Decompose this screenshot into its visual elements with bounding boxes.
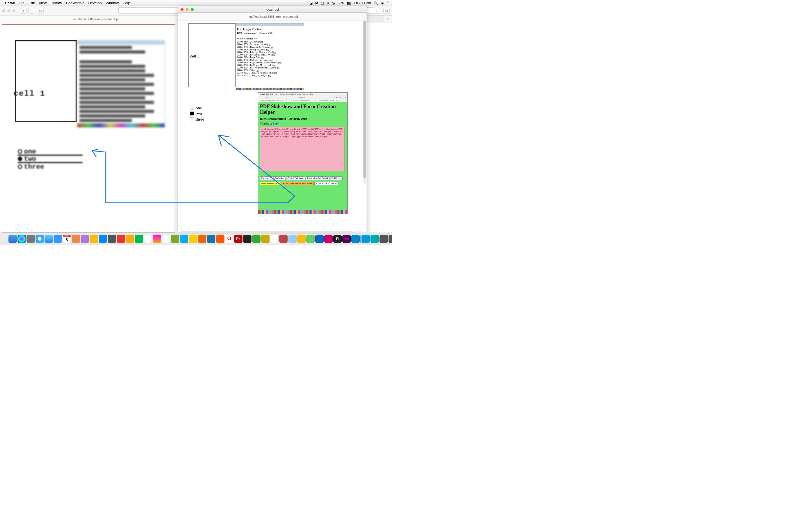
- inner-tab-3[interactable]: Adobe - Install Adobe Flash...: [315, 99, 344, 102]
- menu-bookmarks[interactable]: Bookmarks: [66, 1, 84, 5]
- dock-generic-icon[interactable]: [117, 235, 125, 243]
- dock-generic-icon[interactable]: [81, 235, 89, 243]
- popup-address[interactable]: http://localhost:8888/form_creator.pdf: [244, 14, 301, 19]
- dock-generic-icon[interactable]: [71, 235, 80, 243]
- popup-titlebar[interactable]: localhost: [178, 6, 366, 13]
- inner-tab-add[interactable]: +: [344, 99, 347, 102]
- preview-html-button[interactable]: Preview HTML Rendering: [260, 176, 285, 180]
- html-to-pdf-and-canvas-button[interactable]: HTML Above to PDF and Canvas: [282, 182, 313, 185]
- pdf-radio-three[interactable]: three: [190, 116, 204, 122]
- dock-generic-icon[interactable]: [370, 235, 379, 243]
- menu-edit[interactable]: Edit: [29, 1, 35, 5]
- dock-itunes-icon[interactable]: [153, 235, 161, 243]
- menu-file[interactable]: File: [18, 1, 24, 5]
- scrollbar-vertical[interactable]: [363, 20, 366, 184]
- wifi-icon[interactable]: ◶: [332, 1, 335, 5]
- dock-finder-icon[interactable]: [8, 235, 17, 243]
- spotlight-icon[interactable]: 🔍: [374, 1, 378, 5]
- menu-develop[interactable]: Develop: [88, 1, 102, 5]
- dock-mail-icon[interactable]: [45, 235, 53, 243]
- dock-generic-icon[interactable]: R: [333, 235, 342, 243]
- menu-view[interactable]: View: [39, 1, 47, 5]
- inner-heading: PDF Slideshow and Form Creation Helper: [260, 104, 346, 115]
- pdf-radio-group: one two three: [190, 105, 204, 122]
- inner-tab-2[interactable]: localhost:8888/form_creator...: [287, 99, 315, 102]
- dock-settings-icon[interactable]: [108, 235, 116, 243]
- dock-generic-icon[interactable]: [279, 235, 288, 243]
- dock-appstore-icon[interactable]: [99, 235, 107, 243]
- popup-address-row: http://localhost:8888/form_creator.pdf: [178, 13, 366, 20]
- menubar-app[interactable]: Safari: [5, 1, 15, 5]
- dock-generic-icon[interactable]: [90, 235, 98, 243]
- dock-generic-icon[interactable]: [189, 235, 197, 243]
- m-icon[interactable]: M: [315, 1, 318, 5]
- dock-generic-icon[interactable]: [171, 235, 179, 243]
- sidebar-button[interactable]: ▥: [37, 8, 44, 13]
- email-html-inline-button[interactable]: Email HTML Inline: [286, 176, 305, 180]
- dock-safari-icon[interactable]: [36, 235, 44, 243]
- dock-generic-icon[interactable]: [315, 235, 324, 243]
- poll-report-button[interactable]: Poll Report: [330, 176, 343, 180]
- dock-filezilla-icon[interactable]: Fz: [234, 235, 243, 243]
- html-to-pdf-button[interactable]: HTML Above to PDF: [260, 182, 281, 185]
- menu-history[interactable]: History: [50, 1, 62, 5]
- dock-generic-icon[interactable]: [198, 235, 206, 243]
- dock-generic-icon[interactable]: [361, 235, 370, 243]
- close-dim-icon[interactable]: [2, 9, 5, 12]
- dock-generic-icon[interactable]: [243, 235, 252, 243]
- dock-siri-icon[interactable]: [17, 235, 26, 243]
- dock-generic-icon[interactable]: [126, 235, 134, 243]
- dock-generic-icon[interactable]: [379, 235, 388, 243]
- bluetooth-icon[interactable]: ⧈: [327, 1, 329, 5]
- dock-generic-icon[interactable]: [162, 235, 170, 243]
- fpdf-link[interactable]: Fpdf: [273, 122, 279, 125]
- dock-generic-icon[interactable]: [297, 235, 306, 243]
- inner-code-textarea[interactable]: <table border="1" height="400"><tr><td w…: [260, 127, 345, 171]
- avast-icon[interactable]: ◢: [310, 1, 312, 5]
- airplay-icon[interactable]: ▢: [321, 1, 324, 5]
- siri-menubar-icon[interactable]: ◉: [381, 1, 384, 5]
- inner-address[interactable]: localhost: [269, 96, 335, 98]
- forward-button[interactable]: ›: [29, 8, 35, 13]
- dock-opera-icon[interactable]: O: [225, 235, 234, 243]
- dock-generic-icon[interactable]: [324, 235, 333, 243]
- dock-generic-icon[interactable]: [144, 235, 152, 243]
- dock-trash-icon[interactable]: [389, 235, 392, 243]
- notification-center-icon[interactable]: ☰: [387, 1, 390, 5]
- pdf-body: cell 1 Find Images Via Size RJM Programm…: [178, 20, 363, 231]
- new-tab-button[interactable]: +: [384, 15, 392, 22]
- blur-side-window: [77, 40, 165, 128]
- html-to-canvas-button[interactable]: HTML Above to Canvas: [314, 182, 338, 185]
- pdf-radio-one[interactable]: one: [190, 105, 204, 111]
- dock-xd-icon[interactable]: Xd: [342, 235, 351, 243]
- dock-calendar-icon[interactable]: NOV 8: [63, 235, 71, 243]
- inner-tab-1[interactable]: localhost:8888/form_creator.php: [258, 99, 287, 102]
- inner-toolbar: ◦◦◦‹ ›▥ localhost ⟳◍⤴⧉: [258, 96, 347, 99]
- back-button[interactable]: ‹: [20, 8, 27, 13]
- menu-help[interactable]: Help: [123, 1, 130, 5]
- pdf-radio-two[interactable]: two: [190, 111, 204, 116]
- dock-generic-icon[interactable]: [270, 235, 278, 243]
- canvas-preview-left: cell 1 one two three: [2, 24, 175, 233]
- window-controls-back: [2, 9, 15, 12]
- dock-generic-icon[interactable]: [180, 235, 188, 243]
- inner-dock: [258, 210, 347, 214]
- dock-generic-icon[interactable]: [252, 235, 260, 243]
- dock-generic-icon[interactable]: [216, 235, 224, 243]
- tab-form-creator-php[interactable]: localhost:8888/form_creator.php: [0, 15, 192, 22]
- menu-window[interactable]: Window: [106, 1, 119, 5]
- dock-generic-icon[interactable]: [261, 235, 269, 243]
- inner-button-row-1: Preview HTML Rendering Email HTML Inline…: [260, 176, 346, 180]
- tabs-button[interactable]: ⧉: [384, 8, 390, 13]
- email-poll-report-button[interactable]: Email Inline Poll Report: [306, 176, 329, 180]
- dock-generic-icon[interactable]: [207, 235, 215, 243]
- dock-generic-icon[interactable]: [288, 235, 297, 243]
- zoom-dim-icon[interactable]: [12, 9, 15, 12]
- minimize-dim-icon[interactable]: [7, 9, 10, 12]
- dock-generic-icon[interactable]: [306, 235, 315, 243]
- dock-messages-icon[interactable]: [54, 235, 62, 243]
- dock-generic-icon[interactable]: [351, 235, 360, 243]
- clock[interactable]: Fri 7:11 am: [354, 1, 371, 5]
- dock-generic-icon[interactable]: [135, 235, 143, 243]
- dock-launchpad-icon[interactable]: [27, 235, 35, 243]
